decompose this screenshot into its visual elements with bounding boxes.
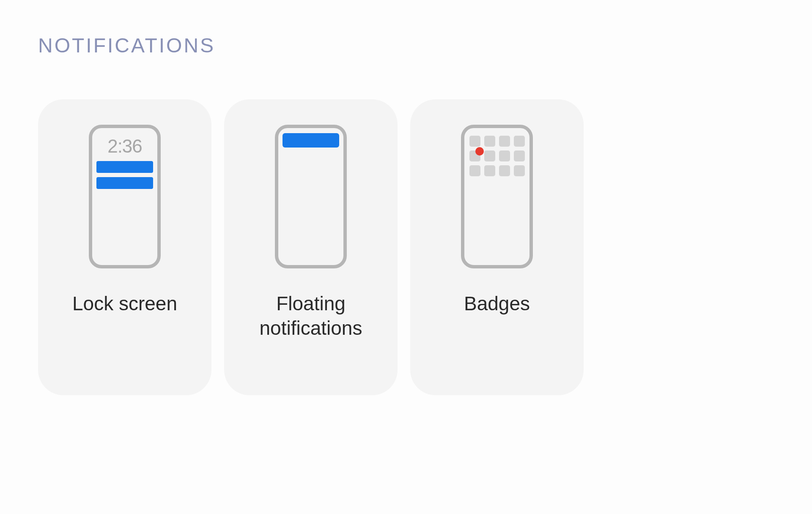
floating-phone-icon [275,125,347,268]
app-tile-icon [469,136,480,147]
lock-screen-label: Lock screen [64,292,186,316]
app-tile-icon [484,165,495,176]
floating-notifications-label: Floating notifications [224,292,398,340]
lock-screen-phone-icon: 2:36 [89,125,161,268]
app-tile-icon [514,136,525,147]
app-grid-icon [464,128,529,176]
app-tile-icon [469,165,480,176]
floating-notifications-option[interactable]: Floating notifications [224,99,398,395]
notifications-section-title: NOTIFICATIONS [38,34,774,57]
lock-screen-option[interactable]: 2:36 Lock screen [38,99,211,395]
app-tile-icon [484,150,495,161]
badges-option[interactable]: Badges [410,99,584,395]
app-tile-icon [499,150,510,161]
app-tile-icon [469,150,480,161]
badges-phone-icon [461,125,533,268]
notification-bar-icon [96,161,153,173]
app-tile-icon [514,165,525,176]
badges-label: Badges [455,292,538,316]
notification-bar-icon [96,177,153,189]
app-tile-icon [514,150,525,161]
lock-screen-time: 2:36 [92,136,157,157]
floating-banner-icon [283,133,339,148]
app-tile-icon [484,136,495,147]
app-tile-icon [499,136,510,147]
app-tile-icon [499,165,510,176]
notification-options-row: 2:36 Lock screen Floating notifications [38,99,774,395]
badge-dot-icon [475,147,484,156]
